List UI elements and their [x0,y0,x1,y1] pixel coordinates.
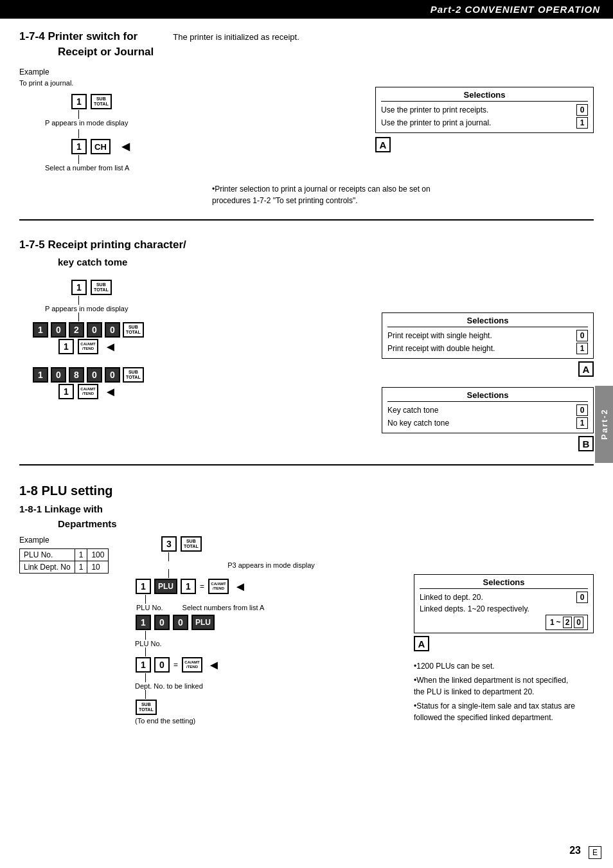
selection-row-b-1: No key catch tone 1 [387,417,588,429]
p3-appears: P3 appears in mode display [141,561,401,569]
p-appears-175: P appears in mode display [45,305,369,312]
section-175-subtitle: key catch tome [58,257,127,267]
key-plu-1: PLU [154,579,177,594]
arrow-a: ◄ [104,339,117,354]
key-subtotal-175: SUBTOTAL [91,280,112,295]
arrow-b: ◄ [104,384,117,399]
header-title: Part-2 CONVENIENT OPERATION [431,4,600,15]
selections-box-b-175: Selections Key catch tone 0 No key catch… [382,387,594,433]
selection-row-a-1: Print receipt with double height. 1 [387,343,588,354]
key-ca-181-a: CA/AMT/TEND [208,579,229,594]
section-175-right: Selections Print receipt with single hei… [382,274,594,451]
page-number: 23 [569,845,581,856]
section-181-layout: Example PLU No. 1 100 Link Dept. No 1 10 [19,536,594,725]
section-174-selections: Selections Use the printer to print rece… [375,68,594,172]
to-end: (To end the setting) [135,717,401,725]
label-a-174: A [375,137,391,152]
key-subtotal-b: SUBTOTAL [123,367,144,383]
selection-row-181-0: Linked to dept. 20. 0 [420,592,588,603]
example-label: Example [19,68,362,77]
key-0-b2: 0 [87,367,102,383]
cell-link-10: 10 [87,561,109,574]
key-subtotal-181: SUBTOTAL [181,536,202,552]
key-1-ch: 1 [71,139,87,154]
key-0-a1: 0 [51,322,66,338]
example-label-181: Example [19,536,122,545]
section-181-subtitle: Departments [58,518,117,529]
selections-title-a: Selections [387,316,588,327]
note-181-0: •1200 PLUs can be set. [414,660,594,672]
cell-link-dept: Link Dept. No [20,561,75,574]
key-1-100: 1 [136,615,151,630]
plu-no-label2: PLU No. [135,640,401,647]
selections-title-174: Selections [381,90,588,102]
key-ch: CH [91,139,111,154]
arrow-181-b: ◄ [208,658,220,673]
key-1-ca-b: 1 [58,384,74,399]
section-174: 1-7-4 Printer switch for Receipt or Jour… [0,19,613,213]
key-1-ca-a: 1 [58,339,74,354]
section-181-middle: 3 SUBTOTAL P3 appears in mode display 1 … [135,536,401,725]
key-subtotal: SUBTOTAL [91,94,112,109]
note-181-1: •When the linked department is not speci… [414,674,581,698]
note-174: •Printer selection to print a journal or… [212,183,456,206]
selections-title-181: Selections [420,577,588,589]
arrow-181-a: ◄ [234,579,247,594]
selections-title-b: Selections [387,390,588,402]
selection-row-a-0: Print receipt with single height. 0 [387,330,588,341]
table-row-header: PLU No. 1 100 [20,549,109,561]
key-1-b: 1 [33,367,48,383]
key-ca-b: CA/AMT/TEND [78,384,98,399]
key-ca-a: CA/AMT/TEND [78,339,98,354]
key-0-10: 0 [154,657,170,673]
side-tab: Part-2 [595,386,613,463]
section-174-title: 1-7-4 Printer switch for [19,30,154,43]
selection-row-1: Use the printer to print a journal. 1 [381,117,588,129]
section-174-intro: The printer is initialized as receipt. [173,32,299,42]
example-desc: To print a journal. [19,79,362,87]
cell-100: 100 [87,549,109,561]
note-181-2: •Status for a single-item sale and tax s… [414,700,581,723]
section-181-left: Example PLU No. 1 100 Link Dept. No 1 10 [19,536,122,725]
key-subtotal-a: SUBTOTAL [123,322,144,338]
section-181-right: Selections Linked to dept. 20. 0 Linked … [414,536,594,725]
page: Part-2 CONVENIENT OPERATION Part-2 1-7-4… [0,0,613,868]
dept-no-label: Dept. No. to be linked [135,682,401,690]
section-18: 1-8 PLU setting 1-8-1 Linkage with Depar… [0,472,613,731]
key-3: 3 [161,536,177,552]
header-bar: Part-2 CONVENIENT OPERATION [0,0,613,19]
key-1-175: 1 [71,280,87,295]
key-0-100a: 0 [154,615,170,630]
selection-row-b-0: Key catch tone 0 [387,404,588,416]
divider-174-175 [19,219,594,221]
section-175-layout: 1 SUBTOTAL P appears in mode display 1 0… [19,274,594,451]
key-1-a: 1 [33,322,48,338]
key-ca-181-b: CA/AMT/TEND [182,657,202,673]
key-0-a3: 0 [105,322,120,338]
selections-box-174: Selections Use the printer to print rece… [375,87,594,133]
arrow-174: ◄ [119,138,133,155]
cell-plu-no: PLU No. [20,549,75,561]
label-a-181: A [414,636,429,651]
cell-1: 1 [75,549,87,561]
select-label-174: Select a number from list A [45,164,362,172]
key-8-b: 8 [69,367,84,383]
cell-link-1: 1 [75,561,87,574]
divider-175-18 [19,464,594,466]
key-0-100b: 0 [173,615,188,630]
key-1-box: 1 [71,94,87,109]
section-174-diagram: Example To print a journal. 1 SUBTOTAL P… [19,68,362,172]
selection-row-0: Use the printer to print receipts. 0 [381,104,588,116]
selections-box-181: Selections Linked to dept. 20. 0 Linked … [414,574,594,633]
p-appears-174: P appears in mode display [45,119,362,127]
range-box-181: 1 ~ 2 0 [546,615,588,630]
key-subtotal-end: SUBTOTAL [136,700,157,715]
key-1-plu: 1 [136,579,151,594]
section-181-title: 1-8-1 Linkage with [19,503,103,514]
key-0-b1: 0 [51,367,66,383]
key-plu-100: PLU [191,615,215,630]
key-1-10: 1 [136,657,151,673]
selection-row-181-1: Linked depts. 1~20 respectively. [420,604,588,613]
key-0-a2: 0 [87,322,102,338]
selections-box-a-175: Selections Print receipt with single hei… [382,312,594,359]
